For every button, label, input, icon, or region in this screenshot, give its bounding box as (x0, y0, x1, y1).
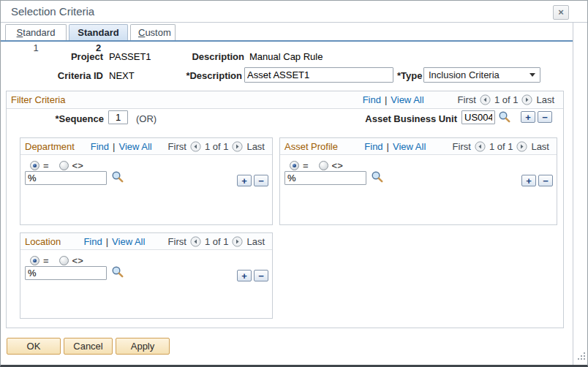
first-link[interactable]: First (458, 94, 476, 105)
close-icon[interactable]: × (553, 5, 569, 20)
footer-actions: OK Cancel Apply (7, 338, 170, 355)
previous-row-icon[interactable] (190, 236, 201, 247)
next-row-icon[interactable] (232, 236, 243, 247)
apply-button[interactable]: Apply (116, 338, 170, 355)
filter-criteria-title: Filter Criteria (11, 94, 65, 105)
department-group: Department Find | View All First 1 of 1 … (20, 137, 273, 225)
delete-row-button[interactable]: − (254, 270, 268, 281)
project-value: PASSET1 (109, 51, 151, 62)
lookup-icon[interactable] (111, 170, 124, 186)
view-all-link[interactable]: View All (393, 141, 426, 152)
type-dropdown[interactable]: Inclusion Criteria (423, 67, 540, 83)
previous-row-icon[interactable] (480, 94, 491, 105)
last-link[interactable]: Last (246, 141, 265, 152)
not-equals-radio[interactable] (59, 161, 69, 170)
or-label: (OR) (136, 113, 157, 124)
first-link[interactable]: First (168, 141, 186, 152)
first-link[interactable]: First (168, 236, 186, 247)
view-all-link[interactable]: View All (112, 236, 145, 247)
nav-divider: | (106, 236, 108, 247)
asset-profile-header: Asset Profile Find | View All First 1 of… (280, 138, 557, 155)
department-value-input[interactable] (25, 171, 107, 185)
equals-label: = (303, 160, 309, 171)
view-all-link[interactable]: View All (118, 141, 151, 152)
delete-row-button[interactable]: − (254, 175, 268, 186)
criteria-id-label: Criteria ID (30, 70, 103, 81)
location-group: Location Find | View All First 1 of 1 La… (20, 232, 273, 319)
first-link[interactable]: First (453, 141, 471, 152)
description-label: Description (189, 51, 244, 62)
asset-business-unit-label: Asset Business Unit (347, 113, 457, 124)
content-right-border (573, 23, 573, 365)
page-indicator: 1 of 1 (489, 141, 513, 152)
selection-criteria-dialog: Selection Criteria × Standard 1 Standard… (0, 0, 588, 367)
asset-profile-value-input[interactable] (284, 171, 366, 185)
not-equals-label: <> (332, 160, 343, 171)
filter-criteria-header: Filter Criteria Find | View All First 1 … (7, 91, 563, 109)
add-row-button[interactable]: + (237, 270, 252, 281)
department-header: Department Find | View All First 1 of 1 … (20, 138, 272, 155)
nav-divider: | (385, 94, 387, 105)
tab-standard-2[interactable]: Standard 2 (69, 24, 128, 40)
not-equals-radio[interactable] (59, 256, 69, 265)
chevron-down-icon (529, 73, 535, 77)
find-link[interactable]: Find (91, 141, 109, 152)
description-input[interactable] (244, 67, 393, 83)
sequence-label: *Sequence (31, 113, 104, 124)
ok-button[interactable]: OK (7, 338, 61, 355)
project-label: Project (30, 51, 103, 62)
title-separator (1, 22, 587, 23)
page-indicator: 1 of 1 (494, 94, 519, 105)
equals-radio[interactable] (30, 161, 39, 170)
title-bar: Selection Criteria × (1, 1, 587, 22)
lookup-icon[interactable] (111, 265, 124, 281)
delete-row-button[interactable]: − (538, 111, 552, 123)
find-link[interactable]: Find (363, 94, 381, 105)
cancel-button[interactable]: Cancel (64, 338, 113, 355)
add-row-button[interactable]: + (521, 111, 535, 123)
last-link[interactable]: Last (246, 236, 265, 247)
filter-criteria-section: Filter Criteria Find | View All First 1 … (6, 91, 564, 328)
last-link[interactable]: Last (531, 141, 549, 152)
type-label: *Type (397, 70, 423, 81)
lookup-icon[interactable] (371, 170, 384, 186)
description-value: Manual Cap Rule (249, 51, 323, 62)
not-equals-radio[interactable] (319, 161, 328, 170)
find-link[interactable]: Find (83, 236, 102, 247)
tab-bar: Standard 1 Standard 2 Custom (5, 24, 176, 40)
page-title: Selection Criteria (11, 5, 94, 18)
sequence-input[interactable] (108, 110, 128, 124)
tab-underline (1, 40, 573, 42)
location-value-input[interactable] (25, 266, 107, 280)
equals-radio[interactable] (290, 161, 299, 170)
previous-row-icon[interactable] (475, 141, 486, 152)
view-all-link[interactable]: View All (391, 94, 423, 105)
department-title: Department (25, 141, 75, 152)
next-row-icon[interactable] (232, 141, 243, 152)
equals-label: = (43, 255, 49, 266)
add-row-button[interactable]: + (237, 175, 252, 186)
page-indicator: 1 of 1 (205, 236, 229, 247)
location-title: Location (25, 236, 61, 247)
delete-row-button[interactable]: − (538, 175, 553, 186)
next-row-icon[interactable] (516, 141, 527, 152)
type-selected-value: Inclusion Criteria (429, 69, 527, 80)
add-row-button[interactable]: + (521, 175, 536, 186)
next-row-icon[interactable] (521, 94, 532, 105)
resize-grip[interactable] (578, 352, 587, 361)
nav-divider: | (387, 141, 389, 152)
description-edit-label: *Description (176, 70, 242, 81)
find-link[interactable]: Find (364, 141, 382, 152)
equals-label: = (43, 160, 49, 171)
asset-profile-group: Asset Profile Find | View All First 1 of… (279, 137, 557, 225)
previous-row-icon[interactable] (190, 141, 201, 152)
criteria-id-value: NEXT (109, 70, 135, 81)
tab-custom[interactable]: Custom (130, 24, 176, 40)
asset-business-unit-input[interactable] (461, 110, 495, 124)
last-link[interactable]: Last (536, 94, 554, 105)
tab-standard-1[interactable]: Standard 1 (5, 24, 67, 40)
not-equals-label: <> (72, 255, 83, 266)
not-equals-label: <> (72, 160, 83, 171)
equals-radio[interactable] (30, 256, 39, 265)
lookup-icon[interactable] (498, 110, 511, 126)
